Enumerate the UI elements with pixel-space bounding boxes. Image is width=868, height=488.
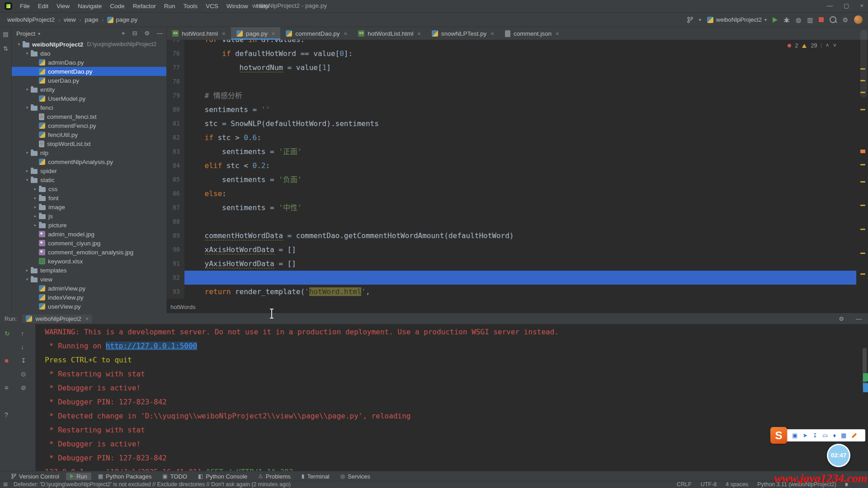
toolwindow-button-todo[interactable]: ▣TODO	[158, 473, 191, 480]
menu-item-code[interactable]: Code	[106, 3, 128, 9]
menu-item-file[interactable]: File	[16, 3, 34, 9]
tree-item[interactable]: stopWordList.txt	[12, 139, 166, 148]
hide-panel-icon[interactable]: —	[157, 30, 163, 37]
editor-tab[interactable]: hotWord.html×	[167, 27, 231, 40]
tree-item[interactable]: ▾entity	[12, 85, 166, 94]
minimize-tool-window-icon[interactable]: —	[856, 315, 862, 322]
tree-item[interactable]: ▾fenci	[12, 103, 166, 112]
tree-item[interactable]: adminView.py	[12, 284, 166, 293]
tool-window-switcher-icon[interactable]: ⊞	[3, 481, 8, 488]
menu-item-refactor[interactable]: Refactor	[129, 3, 160, 9]
git-dropdown-chevron-icon[interactable]: ▾	[699, 17, 701, 22]
locate-file-icon[interactable]: ⌖	[122, 30, 125, 37]
up-stack-icon[interactable]: ↑	[21, 330, 24, 337]
tree-item[interactable]: ▸font	[12, 193, 166, 202]
close-icon[interactable]: ×	[85, 315, 89, 322]
recording-timer[interactable]: 02:47	[827, 444, 850, 467]
editor-tab[interactable]: hotWordList.html×	[353, 27, 426, 40]
screen-recorder-toolbar[interactable]: ▣ ➤ ↧ ▭ ♦ ▦	[786, 429, 865, 441]
help-icon[interactable]: ?	[5, 412, 8, 418]
commit-tool-window-icon[interactable]: ⇅	[2, 45, 9, 52]
editor-breadcrumb[interactable]: hotWords	[170, 304, 195, 310]
toolwindow-button-version-control[interactable]: Version Control	[7, 473, 63, 480]
tree-item[interactable]: comment_fenci.txt	[12, 112, 166, 121]
tree-item[interactable]: ▾view	[12, 275, 166, 284]
stop-icon[interactable]: ■	[5, 357, 8, 364]
tree-item[interactable]: userDao.py	[12, 76, 166, 85]
tree-item[interactable]: ▾dao	[12, 49, 166, 58]
code-line[interactable]: 78	[167, 75, 868, 89]
menu-item-run[interactable]: Run	[160, 3, 179, 9]
project-tool-window-icon[interactable]: ▤	[2, 31, 9, 38]
close-icon[interactable]: ×	[556, 30, 559, 37]
tree-item[interactable]: keyword.xlsx	[12, 257, 166, 266]
debug-button[interactable]	[783, 17, 790, 23]
console-url-link[interactable]: http://127.0.0.1:5000	[106, 342, 197, 350]
close-icon[interactable]: ×	[222, 30, 226, 37]
recorder-arrow-icon[interactable]: ➤	[802, 432, 807, 438]
toolwindow-button-services[interactable]: ◎Services	[336, 473, 374, 480]
tree-item[interactable]: userView.py	[12, 302, 166, 311]
recorder-grid-icon[interactable]: ▦	[841, 432, 846, 438]
tree-item[interactable]: commentFenci.py	[12, 121, 166, 130]
tree-item[interactable]: ▾weiboNlpProject2D:\yuqing\weiboNlpProje…	[12, 40, 166, 49]
code-line[interactable]: 79 # 情感分析	[167, 89, 868, 103]
close-icon[interactable]: ×	[344, 30, 348, 37]
toolwindow-button-run[interactable]: Run	[66, 473, 91, 480]
run-console-tab[interactable]: weiboNlpProject2 ×	[22, 314, 92, 323]
code-line[interactable]: 89 commentHotWordData = commentDao.getCo…	[167, 229, 868, 243]
tree-item[interactable]: comment_emotion_analysis.jpg	[12, 248, 166, 257]
git-branch-icon[interactable]	[687, 17, 693, 23]
clear-all-icon[interactable]: ⊘	[21, 385, 26, 391]
console-output[interactable]: WARNING: This is a development server. D…	[36, 324, 859, 471]
tree-item[interactable]: ▸image	[12, 202, 166, 211]
tree-item[interactable]: commentNlpAnalysis.py	[12, 157, 166, 166]
tree-item[interactable]: ▸spider	[12, 166, 166, 175]
menu-item-navigate[interactable]: Navigate	[74, 3, 106, 9]
code-line[interactable]: 83 sentiments = '正面'	[167, 145, 868, 159]
editor-scrollbar[interactable]	[860, 30, 867, 98]
toolwindow-button-problems[interactable]: ⚠Problems	[254, 473, 295, 480]
status-segment[interactable]: UTF-8	[701, 481, 717, 488]
tree-item[interactable]: ▾static	[12, 175, 166, 184]
minimize-icon[interactable]: —	[827, 0, 833, 12]
recorder-window-icon[interactable]: ▣	[792, 432, 797, 438]
code-line[interactable]: 77↺ hotwordNum = value[1]	[167, 61, 868, 75]
breadcrumb-item[interactable]: weiboNlpProject2	[7, 16, 55, 23]
prev-problem-icon[interactable]: ˄	[826, 42, 829, 49]
run-configuration-select[interactable]: weiboNlpProject2 ▾	[707, 16, 767, 23]
menu-item-view[interactable]: View	[52, 3, 74, 9]
code-line[interactable]: 90 xAxisHotWordData = []	[167, 243, 868, 257]
editor-tab[interactable]: snowNLPTest.py×	[426, 27, 500, 40]
menu-item-vcs[interactable]: VCS	[202, 3, 222, 9]
recorder-rect-icon[interactable]: ▭	[822, 432, 828, 438]
breadcrumb-item[interactable]: page.py	[107, 16, 137, 23]
code-line[interactable]: 88	[167, 215, 868, 229]
avatar[interactable]	[854, 15, 863, 24]
search-everywhere-icon[interactable]	[830, 16, 836, 23]
code-area[interactable]: 75 for value in df.values:76 if defaultH…	[167, 40, 868, 300]
editor-tab[interactable]: page.py×	[231, 27, 281, 40]
status-segment[interactable]: CRLF	[677, 481, 692, 488]
code-line[interactable]: 76 if defaultHotWord == value[0]:	[167, 47, 868, 61]
stop-button[interactable]	[819, 17, 824, 22]
print-icon[interactable]: ⊙	[21, 371, 26, 377]
scroll-to-end-icon[interactable]: ↧	[21, 357, 26, 364]
recorder-shape-icon[interactable]: ♦	[833, 432, 836, 438]
code-line[interactable]: 93 return render_template('hotWord.html'…	[167, 285, 868, 299]
settings-gear-icon[interactable]: ⚙	[842, 16, 848, 23]
run-button[interactable]	[773, 17, 778, 23]
rerun-icon[interactable]: ↻	[5, 330, 10, 337]
coverage-button[interactable]: ◍	[796, 16, 801, 23]
code-line[interactable]: 85 sentiments = '负面'	[167, 173, 868, 187]
status-message[interactable]: Defender: 'D:\yuqing\weiboNlpProject2' i…	[14, 481, 291, 488]
code-line[interactable]: 84 elif stc < 0.2:	[167, 159, 868, 173]
tree-item[interactable]: ▸picture	[12, 221, 166, 230]
tree-item[interactable]: commentDao.py	[12, 67, 166, 76]
recorder-logo[interactable]: S	[770, 427, 787, 444]
menu-item-tools[interactable]: Tools	[179, 3, 202, 9]
profiler-button[interactable]: ▥	[807, 16, 813, 23]
down-stack-icon[interactable]: ↓	[21, 344, 24, 350]
toolwindow-button-python-console[interactable]: ◧Python Console	[194, 473, 251, 480]
toolwindow-button-terminal[interactable]: ▮Terminal	[297, 473, 334, 480]
